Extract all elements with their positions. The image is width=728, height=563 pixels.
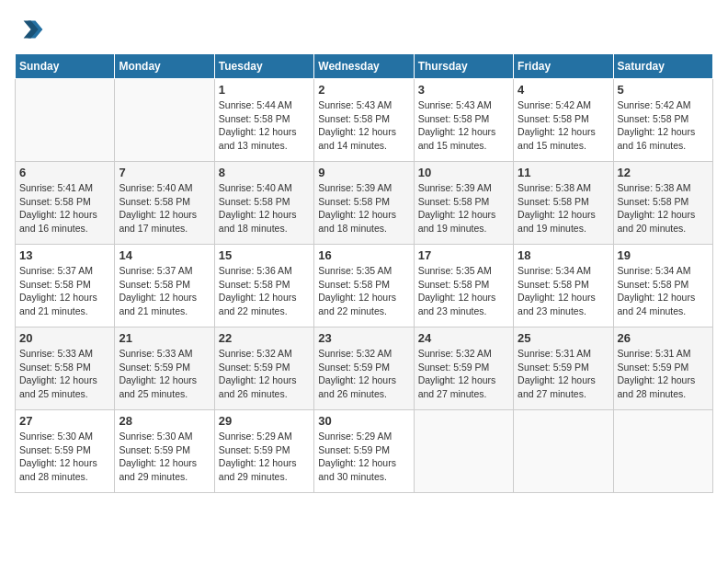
day-info: Sunrise: 5:32 AMSunset: 5:59 PMDaylight:… [418,347,509,401]
day-number: 9 [318,166,409,179]
header-day-friday: Friday [514,54,613,79]
calendar-cell: 16Sunrise: 5:35 AMSunset: 5:58 PMDayligh… [314,245,414,327]
day-info: Sunrise: 5:40 AMSunset: 5:58 PMDaylight:… [219,181,310,236]
calendar-header: SundayMondayTuesdayWednesdayThursdayFrid… [16,54,713,79]
calendar-cell: 4Sunrise: 5:42 AMSunset: 5:58 PMDaylight… [514,79,613,162]
calendar-cell: 29Sunrise: 5:29 AMSunset: 5:59 PMDayligh… [214,410,313,493]
day-info: Sunrise: 5:33 AMSunset: 5:59 PMDaylight:… [119,347,210,401]
page-header [15,15,713,44]
day-number: 6 [19,166,110,179]
day-number: 20 [19,331,110,345]
calendar-week-row: 1Sunrise: 5:44 AMSunset: 5:58 PMDaylight… [16,79,713,162]
day-info: Sunrise: 5:38 AMSunset: 5:58 PMDaylight:… [618,181,709,236]
day-info: Sunrise: 5:43 AMSunset: 5:58 PMDaylight:… [318,98,409,153]
logo [15,15,48,44]
calendar-cell: 20Sunrise: 5:33 AMSunset: 5:58 PMDayligh… [16,327,115,410]
day-info: Sunrise: 5:40 AMSunset: 5:58 PMDaylight:… [119,181,210,236]
day-number: 18 [518,248,609,262]
calendar-cell [613,410,712,493]
day-number: 26 [618,331,709,345]
header-day-tuesday: Tuesday [214,54,313,79]
calendar-cell: 2Sunrise: 5:43 AMSunset: 5:58 PMDaylight… [314,79,414,162]
calendar-cell: 23Sunrise: 5:32 AMSunset: 5:59 PMDayligh… [314,327,414,410]
day-number: 17 [418,248,509,262]
day-info: Sunrise: 5:35 AMSunset: 5:58 PMDaylight:… [418,264,509,318]
day-number: 12 [618,166,709,179]
calendar-cell: 1Sunrise: 5:44 AMSunset: 5:58 PMDaylight… [214,79,313,162]
day-number: 27 [19,414,110,428]
day-number: 25 [518,331,609,345]
day-info: Sunrise: 5:37 AMSunset: 5:58 PMDaylight:… [19,264,110,318]
day-info: Sunrise: 5:33 AMSunset: 5:58 PMDaylight:… [19,347,110,401]
header-day-wednesday: Wednesday [314,54,414,79]
logo-icon [15,15,44,44]
day-info: Sunrise: 5:34 AMSunset: 5:58 PMDaylight:… [618,264,709,318]
calendar-week-row: 27Sunrise: 5:30 AMSunset: 5:59 PMDayligh… [16,410,713,493]
day-number: 8 [219,166,310,179]
calendar-cell: 21Sunrise: 5:33 AMSunset: 5:59 PMDayligh… [115,327,214,410]
header-row: SundayMondayTuesdayWednesdayThursdayFrid… [16,54,713,79]
calendar-cell: 26Sunrise: 5:31 AMSunset: 5:59 PMDayligh… [613,327,712,410]
day-number: 3 [418,83,509,97]
day-info: Sunrise: 5:34 AMSunset: 5:58 PMDaylight:… [518,264,609,318]
day-number: 4 [518,83,609,97]
day-info: Sunrise: 5:41 AMSunset: 5:58 PMDaylight:… [19,181,110,236]
calendar-cell: 10Sunrise: 5:39 AMSunset: 5:58 PMDayligh… [414,162,513,245]
day-info: Sunrise: 5:43 AMSunset: 5:58 PMDaylight:… [418,98,509,153]
calendar-cell: 17Sunrise: 5:35 AMSunset: 5:58 PMDayligh… [414,245,513,327]
day-number: 13 [19,248,110,262]
day-number: 7 [119,166,210,179]
calendar-cell: 5Sunrise: 5:42 AMSunset: 5:58 PMDaylight… [613,79,712,162]
day-number: 10 [418,166,509,179]
calendar-cell: 12Sunrise: 5:38 AMSunset: 5:58 PMDayligh… [613,162,712,245]
calendar-cell [16,79,115,162]
day-number: 16 [318,248,409,262]
day-info: Sunrise: 5:42 AMSunset: 5:58 PMDaylight:… [518,98,609,153]
day-info: Sunrise: 5:38 AMSunset: 5:58 PMDaylight:… [518,181,609,236]
day-info: Sunrise: 5:29 AMSunset: 5:59 PMDaylight:… [219,430,310,484]
day-number: 23 [318,331,409,345]
day-info: Sunrise: 5:39 AMSunset: 5:58 PMDaylight:… [418,181,509,236]
day-info: Sunrise: 5:31 AMSunset: 5:59 PMDaylight:… [518,347,609,401]
day-info: Sunrise: 5:32 AMSunset: 5:59 PMDaylight:… [318,347,409,401]
calendar-cell [514,410,613,493]
calendar-cell: 28Sunrise: 5:30 AMSunset: 5:59 PMDayligh… [115,410,214,493]
calendar-cell: 19Sunrise: 5:34 AMSunset: 5:58 PMDayligh… [613,245,712,327]
calendar-cell: 9Sunrise: 5:39 AMSunset: 5:58 PMDaylight… [314,162,414,245]
calendar-cell: 6Sunrise: 5:41 AMSunset: 5:58 PMDaylight… [16,162,115,245]
day-number: 21 [119,331,210,345]
header-day-monday: Monday [115,54,214,79]
day-number: 5 [618,83,709,97]
day-number: 2 [318,83,409,97]
day-number: 24 [418,331,509,345]
day-info: Sunrise: 5:31 AMSunset: 5:59 PMDaylight:… [618,347,709,401]
day-number: 14 [119,248,210,262]
calendar-cell: 13Sunrise: 5:37 AMSunset: 5:58 PMDayligh… [16,245,115,327]
day-info: Sunrise: 5:30 AMSunset: 5:59 PMDaylight:… [119,430,210,484]
day-info: Sunrise: 5:42 AMSunset: 5:58 PMDaylight:… [618,98,709,153]
header-day-sunday: Sunday [16,54,115,79]
calendar-cell: 8Sunrise: 5:40 AMSunset: 5:58 PMDaylight… [214,162,313,245]
day-number: 15 [219,248,310,262]
header-day-saturday: Saturday [613,54,712,79]
calendar-cell: 7Sunrise: 5:40 AMSunset: 5:58 PMDaylight… [115,162,214,245]
day-info: Sunrise: 5:32 AMSunset: 5:59 PMDaylight:… [219,347,310,401]
day-info: Sunrise: 5:30 AMSunset: 5:59 PMDaylight:… [19,430,110,484]
day-number: 19 [618,248,709,262]
calendar-week-row: 6Sunrise: 5:41 AMSunset: 5:58 PMDaylight… [16,162,713,245]
calendar-cell: 15Sunrise: 5:36 AMSunset: 5:58 PMDayligh… [214,245,313,327]
day-info: Sunrise: 5:29 AMSunset: 5:59 PMDaylight:… [318,430,409,484]
day-info: Sunrise: 5:36 AMSunset: 5:58 PMDaylight:… [219,264,310,318]
calendar-body: 1Sunrise: 5:44 AMSunset: 5:58 PMDaylight… [16,79,713,493]
day-info: Sunrise: 5:39 AMSunset: 5:58 PMDaylight:… [318,181,409,236]
calendar-cell: 18Sunrise: 5:34 AMSunset: 5:58 PMDayligh… [514,245,613,327]
calendar-cell: 14Sunrise: 5:37 AMSunset: 5:58 PMDayligh… [115,245,214,327]
calendar-table: SundayMondayTuesdayWednesdayThursdayFrid… [15,53,713,493]
day-number: 1 [219,83,310,97]
day-number: 30 [318,414,409,428]
calendar-cell: 11Sunrise: 5:38 AMSunset: 5:58 PMDayligh… [514,162,613,245]
calendar-cell: 22Sunrise: 5:32 AMSunset: 5:59 PMDayligh… [214,327,313,410]
calendar-week-row: 13Sunrise: 5:37 AMSunset: 5:58 PMDayligh… [16,245,713,327]
calendar-cell: 24Sunrise: 5:32 AMSunset: 5:59 PMDayligh… [414,327,513,410]
day-number: 29 [219,414,310,428]
